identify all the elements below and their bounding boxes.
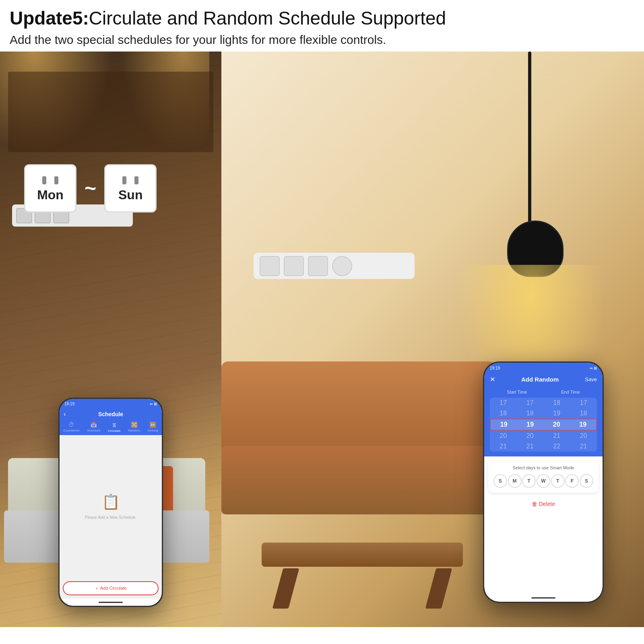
status-icons-left: ▪▪ ⊠ [150, 402, 157, 406]
empty-icon: 📋 [102, 493, 120, 510]
lamp-arm [528, 52, 531, 233]
start-time-label: Start Time [507, 390, 527, 394]
power-strip-right [254, 253, 415, 279]
empty-text: Please Add a New Schedule. [85, 515, 137, 520]
tab-inching[interactable]: ⏩ Inching [148, 421, 158, 433]
calendar-sun: Sun [104, 164, 157, 213]
time-row-4: 21 21 22 21 [490, 441, 597, 452]
title-bold: Update5: [10, 8, 89, 29]
time-row-selected[interactable]: 19 19 20 19 [490, 419, 597, 431]
schedule-icon: 📅 [90, 421, 97, 428]
day-monday[interactable]: M [508, 474, 522, 488]
leg-left [272, 568, 299, 609]
tab-random[interactable]: 🔀 Random [128, 421, 140, 433]
tab-inching-label: Inching [148, 429, 158, 432]
sofa-seat-right [221, 446, 503, 514]
tab-schedule[interactable]: 📅 Schedule [87, 421, 100, 433]
days-title: Select days to use Smart Mode [493, 465, 594, 470]
countdown-icon: ⏱ [68, 421, 74, 428]
calendar-overlay: Mon ~ Sun [24, 164, 157, 213]
cal-ring-left [42, 176, 46, 184]
time-row-1: 18 18 19 18 [490, 408, 597, 419]
calendar-mon: Mon [24, 164, 76, 213]
header-section: Update5:Circulate and Random Schedule Su… [0, 0, 644, 52]
time-labels: Start Time End Time [490, 390, 597, 394]
tab-schedule-label: Schedule [87, 429, 100, 432]
title-rest: Circulate and Random Schedule Supported [89, 8, 446, 29]
page-subtitle: Add the two special schedules for your l… [10, 32, 634, 47]
time-row-0: 17 17 18 17 [490, 398, 597, 408]
add-random-title: Add Random [521, 376, 559, 383]
time-picker: Start Time End Time 17 17 18 17 18 18 [484, 387, 603, 456]
circulate-icon: ⧖ [112, 421, 116, 428]
home-bar-indicator [99, 602, 123, 603]
time-scroll[interactable]: 17 17 18 17 18 18 19 18 19 [490, 398, 597, 452]
random-icon: 🔀 [131, 421, 138, 428]
phone-left: 19:19 ▪▪ ⊠ ‹ Schedule ⏱ Countdown 📅 [58, 398, 163, 607]
save-button[interactable]: Save [585, 376, 597, 382]
days-row: S M T W T F S [493, 474, 594, 488]
phone-header-right: ✕ Add Random Save [484, 373, 603, 387]
status-time-left: 19:19 [64, 402, 74, 406]
end-time-label: End Time [561, 390, 580, 394]
coffee-table [262, 543, 463, 615]
right-panel: 19:19 ▪▪ ⊠ ✕ Add Random Save Start Time … [221, 52, 644, 627]
day-friday[interactable]: F [565, 474, 579, 488]
home-bar-indicator-right [531, 597, 555, 599]
outlet-r3 [308, 256, 328, 276]
tab-countdown-label: Countdown [63, 429, 79, 432]
status-bar-left: 19:19 ▪▪ ⊠ [60, 399, 162, 409]
tab-random-label: Random [128, 429, 140, 432]
back-arrow[interactable]: ‹ [64, 411, 66, 418]
tilde-separator: ~ [85, 177, 96, 200]
outlet-round [332, 256, 352, 276]
table-legs [262, 568, 463, 609]
schedule-content: 📋 Please Add a New Schedule. [60, 435, 162, 578]
shelf [8, 72, 213, 152]
inching-icon: ⏩ [149, 421, 156, 428]
day-tuesday[interactable]: T [522, 474, 536, 488]
schedule-title: Schedule [98, 411, 123, 417]
leg-right [425, 568, 452, 609]
status-bar-right: 19:19 ▪▪ ⊠ [484, 363, 603, 373]
time-row-3: 20 20 21 20 [490, 431, 597, 441]
day-wednesday[interactable]: W [537, 474, 550, 488]
outlet-r2 [284, 256, 304, 276]
phone-header-left: ‹ Schedule [60, 409, 162, 420]
delete-area: 🗑 Delete [484, 497, 603, 511]
table-top [262, 543, 463, 567]
status-icons-right: ▪▪ ⊠ [590, 366, 597, 370]
nav-tabs: ⏱ Countdown 📅 Schedule ⧖ Circulate 🔀 Ran… [60, 420, 162, 435]
outlet-r1 [260, 256, 280, 276]
delete-button[interactable]: 🗑 Delete [532, 501, 555, 507]
page-title: Update5:Circulate and Random Schedule Su… [10, 7, 634, 29]
phone-screen-right: 19:19 ▪▪ ⊠ ✕ Add Random Save Start Time … [484, 363, 603, 602]
home-bar-right [484, 594, 603, 602]
image-area: Mon ~ Sun 19:19 ▪▪ ⊠ [0, 52, 644, 627]
delete-label: 🗑 Delete [532, 501, 555, 507]
tab-circulate-label: Circulate [108, 429, 121, 433]
add-circulate-label: ＋ Add Circulate [95, 585, 126, 591]
cal-ring-left2 [122, 176, 126, 184]
sofa-right [221, 345, 503, 547]
calendar-mon-label: Mon [37, 188, 64, 202]
left-panel: Mon ~ Sun 19:19 ▪▪ ⊠ [0, 52, 221, 627]
cal-ring-right [54, 176, 58, 184]
day-saturday[interactable]: S [580, 474, 593, 488]
close-button[interactable]: ✕ [490, 376, 495, 383]
days-selector: Select days to use Smart Mode S M T W T … [488, 460, 599, 493]
day-sunday[interactable]: S [493, 474, 507, 488]
status-time-right: 19:19 [490, 366, 500, 370]
phone-screen-left: 19:19 ▪▪ ⊠ ‹ Schedule ⏱ Countdown 📅 [60, 399, 162, 606]
day-thursday[interactable]: T [551, 474, 565, 488]
add-circulate-button[interactable]: ＋ Add Circulate [63, 581, 159, 595]
calendar-sun-label: Sun [118, 188, 142, 202]
phone-right: 19:19 ▪▪ ⊠ ✕ Add Random Save Start Time … [483, 361, 604, 603]
home-bar-left [60, 599, 162, 606]
phone-footer-left: ＋ Add Circulate [60, 578, 162, 599]
tab-circulate[interactable]: ⧖ Circulate [108, 421, 121, 433]
tab-countdown[interactable]: ⏱ Countdown [63, 421, 79, 433]
cal-ring-right2 [134, 176, 138, 184]
